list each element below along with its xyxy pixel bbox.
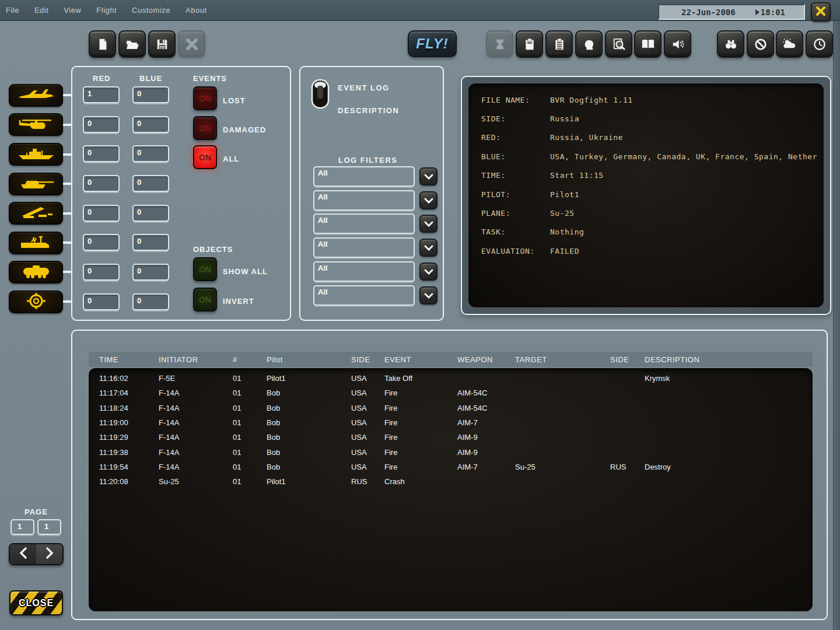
close-button[interactable]: CLOSE <box>9 590 63 615</box>
field-label-task: TASK: <box>481 228 550 236</box>
time-settings-button[interactable] <box>806 30 833 58</box>
switch-icon[interactable] <box>310 78 332 113</box>
filter-static-target-button[interactable] <box>9 290 63 313</box>
header-pilot: Pilot <box>267 355 351 364</box>
log-filter-3-dropdown-button[interactable] <box>419 215 438 233</box>
cell-event: Fire <box>384 463 457 471</box>
weather-icon <box>783 38 797 50</box>
cell-side: USA <box>351 463 384 471</box>
log-filter-2[interactable]: All <box>313 190 415 211</box>
debriefing-button[interactable] <box>545 30 573 58</box>
toggle-damaged[interactable]: ON <box>193 116 217 140</box>
log-filter-4-dropdown-button[interactable] <box>419 239 438 257</box>
toggle-show-all[interactable]: ON <box>193 257 217 281</box>
log-filter-6-dropdown-button[interactable] <box>419 286 438 304</box>
table-row[interactable]: 11:16:02F-5E01Pilot1USATake OffKrymsk <box>89 371 813 386</box>
red-count-radar-vehicle[interactable]: 0 <box>83 234 120 251</box>
failures-button[interactable] <box>747 30 774 58</box>
cell-pilot: Bob <box>267 433 351 442</box>
table-row[interactable]: 11:18:24F-14A01BobUSAFireAIM-54C <box>89 401 813 415</box>
field-label-pilot: PILOT: <box>481 190 550 199</box>
toggle-invert[interactable]: ON <box>193 288 217 312</box>
blue-count-static[interactable]: 0 <box>132 293 169 310</box>
table-row[interactable]: 11:19:29F-14A01BobUSAFireAIM-9 <box>89 430 813 444</box>
open-file-button[interactable] <box>118 30 146 58</box>
filter-ship-button[interactable] <box>9 143 63 166</box>
cell-event: Fire <box>384 388 457 397</box>
page-navigation <box>9 543 64 565</box>
search-log-button[interactable] <box>605 30 632 58</box>
weather-button[interactable] <box>776 30 803 58</box>
log-filter-6[interactable]: All <box>313 285 415 306</box>
field-value-file-name: BVR Dogfight 1.11 <box>550 96 824 104</box>
menu-item-customize[interactable]: Customize <box>132 6 170 15</box>
blue-count-fixed-wing[interactable]: 0 <box>132 86 169 103</box>
red-count-train[interactable]: 0 <box>83 264 120 281</box>
cell-weapon: AIM-54C <box>457 404 515 412</box>
menu-item-view[interactable]: View <box>64 6 81 15</box>
toggle-show-all-label: SHOW ALL <box>223 267 268 276</box>
red-count-sam[interactable]: 0 <box>83 205 120 222</box>
red-count-ship[interactable]: 0 <box>83 145 120 162</box>
red-count-static[interactable]: 0 <box>83 293 120 310</box>
cell-pilot: Bob <box>267 418 351 427</box>
chevron-down-icon <box>424 290 433 301</box>
red-count-tank[interactable]: 0 <box>83 175 120 192</box>
previous-page-button[interactable] <box>10 544 36 564</box>
header-target-side: SIDE <box>610 355 645 364</box>
encyclopedia-button[interactable] <box>634 30 662 58</box>
filter-radar-vehicle-button[interactable] <box>9 232 63 254</box>
description-title: DESCRIPTION <box>338 106 399 115</box>
menu-item-flight[interactable]: Flight <box>96 6 117 15</box>
log-filter-3[interactable]: All <box>313 214 415 234</box>
table-row[interactable]: 11:19:54F-14A01BobUSAFireAIM-7Su-25RUSDe… <box>89 460 813 474</box>
log-filter-1-dropdown-button[interactable] <box>419 167 438 186</box>
filter-sam-button[interactable] <box>9 202 63 225</box>
next-page-button[interactable] <box>36 544 62 564</box>
pilot-log-button[interactable] <box>575 30 603 58</box>
statistics-panel: RED BLUE 1 0 0 0 0 0 0 0 0 0 0 0 0 0 0 0… <box>71 66 291 321</box>
header-number: # <box>233 355 267 364</box>
filter-tank-button[interactable] <box>9 173 63 195</box>
filter-train-button[interactable] <box>9 261 63 284</box>
menu-item-about[interactable]: About <box>186 6 206 15</box>
filter-fixed-wing-button[interactable] <box>9 84 63 107</box>
log-filter-4[interactable]: All <box>313 237 415 258</box>
table-row[interactable]: 11:19:38F-14A01BobUSAFireAIM-9 <box>89 444 813 459</box>
chevron-right-icon <box>46 547 54 561</box>
red-count-fixed-wing[interactable]: 1 <box>83 86 120 103</box>
window-close-button[interactable] <box>811 2 831 22</box>
filter-helicopter-button[interactable] <box>9 113 63 136</box>
log-filter-2-dropdown-button[interactable] <box>419 191 438 209</box>
table-row[interactable]: 11:20:08Su-2501Pilot1RUSCrash <box>89 474 813 489</box>
menu-item-file[interactable]: File <box>6 6 19 15</box>
view-options-button[interactable] <box>717 30 744 58</box>
fly-button[interactable]: FLY! <box>408 30 457 57</box>
log-filter-5[interactable]: All <box>313 261 415 282</box>
blue-count-sam[interactable]: 0 <box>132 205 169 222</box>
cell-initiator: F-14A <box>159 404 233 412</box>
blue-count-radar-vehicle[interactable]: 0 <box>132 234 169 251</box>
blue-count-train[interactable]: 0 <box>132 264 169 281</box>
page-current-box[interactable]: 1 <box>10 519 34 535</box>
cell-time: 11:19:29 <box>99 433 159 442</box>
new-file-button[interactable] <box>89 30 116 58</box>
log-filter-5-dropdown-button[interactable] <box>419 262 438 281</box>
blue-count-ship[interactable]: 0 <box>132 145 169 162</box>
cell-time: 11:19:00 <box>99 418 159 427</box>
sound-button[interactable] <box>664 30 691 58</box>
log-filter-1[interactable]: All <box>313 166 415 187</box>
menu-item-edit[interactable]: Edit <box>34 6 48 15</box>
table-row[interactable]: 11:17:04F-14A01BobUSAFireAIM-54C <box>89 386 813 400</box>
event-log-panel: EVENT LOG DESCRIPTION LOG FILTERS All Al… <box>299 66 444 321</box>
red-count-helicopter[interactable]: 0 <box>83 116 120 133</box>
blue-count-helicopter[interactable]: 0 <box>132 116 169 133</box>
blue-count-tank[interactable]: 0 <box>132 175 169 192</box>
cell-pilot: Bob <box>267 463 351 471</box>
briefing-button[interactable] <box>516 30 543 58</box>
toggle-all[interactable]: ON <box>193 145 217 169</box>
toggle-lost[interactable]: ON <box>193 86 217 110</box>
cell-weapon: AIM-7 <box>457 418 515 427</box>
table-row[interactable]: 11:19:00F-14A01BobUSAFireAIM-7 <box>89 415 813 430</box>
save-file-button[interactable] <box>148 30 176 58</box>
